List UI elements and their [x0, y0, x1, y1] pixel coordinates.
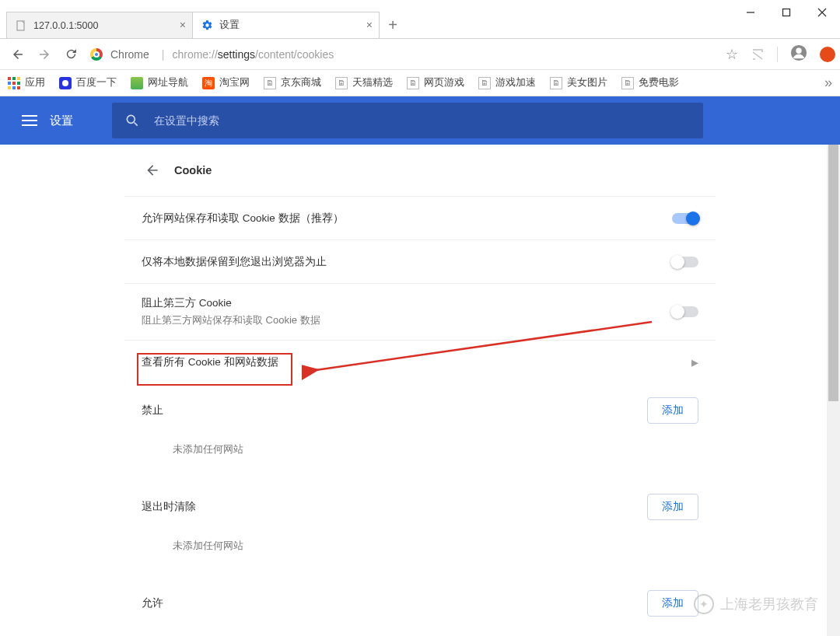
bookmark-item[interactable]: 🗎天猫精选	[335, 76, 393, 89]
taobao-icon: 淘	[202, 77, 215, 89]
toolbar: Chrome | chrome://settings/content/cooki…	[0, 39, 840, 70]
close-icon[interactable]: ×	[180, 19, 186, 31]
link-row-see-all-cookies[interactable]: 查看所有 Cookie 和网站数据 ▸	[124, 340, 716, 383]
settings-search[interactable]	[112, 103, 703, 138]
svg-point-8	[127, 115, 135, 123]
bookmark-item[interactable]: 🗎免费电影	[621, 76, 679, 89]
tab-strip: 127.0.0.1:5000 × 设置 × +	[0, 9, 840, 39]
omnibox-separator: |	[162, 48, 165, 61]
toggle-switch[interactable]	[672, 213, 698, 224]
settings-title: 设置	[50, 114, 73, 128]
window-close[interactable]	[804, 0, 840, 25]
section-title: Cookie	[174, 164, 212, 176]
extension-icon[interactable]	[820, 47, 835, 62]
baidu-icon	[59, 77, 72, 89]
omnibox-product-label: Chrome	[110, 48, 149, 61]
bookmark-item[interactable]: 淘淘宝网	[202, 76, 250, 89]
svg-point-7	[796, 47, 801, 53]
toggle-switch[interactable]	[672, 257, 698, 267]
cast-icon[interactable]	[751, 47, 765, 61]
search-icon	[124, 113, 140, 128]
file-icon: 🗎	[621, 77, 634, 89]
bookmark-item[interactable]: 🗎游戏加速	[478, 76, 536, 89]
window-maximize[interactable]	[768, 0, 804, 25]
wechat-icon: ✦	[694, 594, 714, 614]
settings-card: Cookie 允许网站保存和读取 Cookie 数据（推荐） 仅将本地数据保留到…	[124, 145, 716, 636]
chevron-right-icon: ▸	[691, 354, 698, 371]
empty-text: 未添加任何网站	[142, 539, 698, 553]
hao-icon	[131, 77, 143, 89]
bookmark-overflow[interactable]: »	[824, 75, 832, 91]
file-icon	[15, 19, 27, 32]
gear-icon	[201, 19, 213, 32]
watermark: ✦ 上海老男孩教育	[694, 594, 818, 614]
file-icon: 🗎	[407, 77, 419, 89]
file-icon: 🗎	[335, 77, 348, 89]
new-tab-button[interactable]: +	[380, 12, 406, 38]
add-button[interactable]: 添加	[647, 494, 698, 520]
list-title-block: 禁止	[142, 404, 163, 418]
back-arrow-button[interactable]	[138, 156, 166, 184]
tab-title: 设置	[219, 19, 240, 32]
vertical-scrollbar[interactable]	[827, 145, 840, 636]
list-title-clear-on-exit: 退出时清除	[142, 500, 196, 514]
settings-search-input[interactable]	[154, 114, 691, 127]
window-controls	[733, 0, 840, 25]
omnibox-url: chrome://settings/content/cookies	[172, 48, 334, 61]
omnibox[interactable]: Chrome | chrome://settings/content/cooki…	[84, 44, 726, 65]
toggle-row-block-third-party[interactable]: 阻止第三方 Cookie 阻止第三方网站保存和读取 Cookie 数据	[124, 283, 716, 340]
reload-button[interactable]	[58, 41, 84, 68]
list-title-allow: 允许	[142, 596, 163, 610]
back-button[interactable]	[5, 41, 31, 68]
bookmark-item[interactable]: 🗎网页游戏	[407, 76, 464, 89]
toggle-switch[interactable]	[672, 306, 698, 317]
close-icon[interactable]: ×	[366, 19, 373, 31]
svg-line-9	[135, 123, 138, 126]
bookmark-bar: 应用 百度一下 网址导航 淘淘宝网 🗎京东商城 🗎天猫精选 🗎网页游戏 🗎游戏加…	[0, 70, 840, 96]
toolbar-separator	[777, 47, 778, 62]
toggle-row-allow-cookies[interactable]: 允许网站保存和读取 Cookie 数据（推荐）	[124, 196, 716, 239]
toggle-row-keep-until-exit[interactable]: 仅将本地数据保留到您退出浏览器为止	[124, 239, 716, 283]
apps-icon	[8, 77, 20, 89]
bookmark-item[interactable]: 网址导航	[131, 76, 188, 89]
scrollbar-thumb[interactable]	[828, 145, 838, 401]
bookmark-item[interactable]: 🗎美女图片	[550, 76, 607, 89]
file-icon: 🗎	[264, 77, 276, 89]
file-icon: 🗎	[478, 77, 491, 89]
tab-title: 127.0.0.1:5000	[33, 20, 98, 31]
empty-text: 未添加任何网站	[142, 442, 698, 456]
profile-avatar[interactable]	[790, 44, 807, 65]
svg-rect-1	[783, 9, 790, 16]
svg-line-5	[753, 52, 762, 59]
window-minimize[interactable]	[733, 0, 768, 25]
star-icon[interactable]: ☆	[726, 46, 738, 63]
forward-button[interactable]	[31, 41, 58, 68]
bookmark-item[interactable]: 🗎京东商城	[264, 76, 321, 89]
add-button[interactable]: 添加	[647, 397, 698, 424]
tab-settings[interactable]: 设置 ×	[193, 12, 380, 38]
bookmark-item[interactable]: 百度一下	[59, 76, 117, 89]
settings-header: 设置	[0, 96, 840, 145]
apps-shortcut[interactable]: 应用	[8, 76, 45, 89]
file-icon: 🗎	[550, 77, 562, 89]
tab-localhost[interactable]: 127.0.0.1:5000 ×	[6, 12, 193, 38]
chrome-icon	[90, 48, 103, 61]
menu-icon[interactable]	[12, 103, 47, 138]
add-button[interactable]: 添加	[647, 590, 698, 617]
